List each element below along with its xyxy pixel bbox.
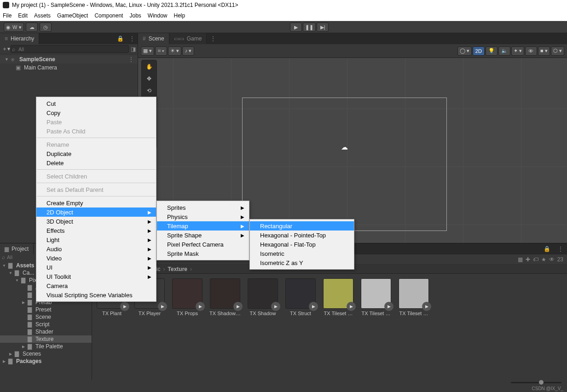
asset-item[interactable]: ▶TX Tileset …	[398, 278, 430, 316]
menu-item[interactable]: 2D Object▶	[36, 208, 156, 217]
menu-item[interactable]: Create Empty	[36, 198, 156, 208]
hidden-icon[interactable]: 👁	[549, 256, 555, 263]
project-tree-row[interactable]: ▇Texture	[0, 335, 92, 343]
expand-arrow-icon[interactable]: ▼	[5, 57, 9, 62]
menu-item[interactable]: Tilemap▶	[157, 221, 249, 231]
project-tree-row[interactable]: ▶▇Tile Palette	[0, 343, 92, 350]
audio-toggle[interactable]: 🔈	[498, 46, 510, 56]
create-dropdown[interactable]: ＋▾	[2, 45, 10, 53]
filter-icon[interactable]: ▦	[518, 256, 523, 263]
menu-item[interactable]: Hexagonal - Flat-Top	[250, 240, 354, 249]
menu-gameobject[interactable]: GameObject	[57, 12, 88, 19]
star-icon[interactable]: ★	[541, 256, 546, 263]
menu-item[interactable]: Physics▶	[157, 212, 249, 221]
account-button[interactable]: ◉ W ▾	[4, 23, 24, 32]
move-tool[interactable]: ✥	[143, 73, 156, 84]
panel-menu-icon[interactable]: ⋮	[127, 35, 138, 42]
menu-help[interactable]: Help	[174, 12, 185, 19]
asset-item[interactable]: ▶TX Tileset …	[322, 278, 354, 316]
project-tree-row[interactable]: ▶▇Scenes	[0, 350, 92, 357]
search-filter-icon[interactable]: ◨	[131, 46, 136, 52]
project-tree-row[interactable]: ▇Shader	[0, 328, 92, 335]
mode-2d-button[interactable]: 2D	[473, 46, 485, 56]
pause-button[interactable]: ❚❚	[303, 23, 316, 32]
menu-item[interactable]: Duplicate	[36, 149, 156, 158]
toggle-skybox-dropdown[interactable]: ☀ ▾	[168, 46, 181, 56]
menu-item[interactable]: Isometric	[250, 249, 354, 258]
expand-arrow-icon[interactable]: ▶	[21, 300, 26, 305]
menu-item[interactable]: Rectangular	[250, 221, 354, 231]
menu-component[interactable]: Component	[94, 12, 123, 19]
label-icon[interactable]: 🏷	[533, 256, 538, 263]
game-tab[interactable]: ▭▭Game	[169, 33, 207, 44]
fx-dropdown[interactable]: ✦ ▾	[511, 46, 524, 56]
menu-file[interactable]: File	[3, 12, 12, 19]
menu-item[interactable]: Audio▶	[36, 244, 156, 254]
menu-assets[interactable]: Assets	[34, 12, 51, 19]
menu-item[interactable]: UI▶	[36, 263, 156, 272]
menu-item[interactable]: Light▶	[36, 235, 156, 244]
menu-item[interactable]: Cut	[36, 99, 156, 108]
menu-item[interactable]: Sprite Shape▶	[157, 231, 249, 240]
expand-arrow-icon[interactable]: ▶	[2, 359, 6, 363]
menu-item[interactable]: Sprite Mask	[157, 249, 249, 258]
asset-item[interactable]: ▶TX Struct	[284, 278, 317, 316]
menu-edit[interactable]: Edit	[18, 12, 28, 19]
camera-dropdown[interactable]: ■ ▾	[538, 46, 550, 56]
scene-tab[interactable]: #Scene	[138, 33, 169, 44]
gizmos-dropdown[interactable]: ⬡ ▾	[551, 46, 564, 56]
menu-item[interactable]: Pixel Perfect Camera	[157, 240, 249, 249]
project-tree-row[interactable]: ▇Preset	[0, 306, 92, 313]
hidden-toggle[interactable]: 👁	[525, 46, 537, 56]
cloud-button[interactable]: ☁	[26, 23, 38, 32]
play-button[interactable]: ▶	[290, 23, 302, 32]
audio-toggle-dropdown[interactable]: ♪ ▾	[182, 46, 194, 56]
menu-item[interactable]: Camera	[36, 281, 156, 290]
menu-item[interactable]: Hexagonal - Pointed-Top	[250, 231, 354, 240]
scene-row[interactable]: ▼ ⍟ SampleScene ⋮	[0, 55, 138, 63]
menu-item[interactable]: Sprites▶	[157, 203, 249, 212]
undo-history-button[interactable]: ◷	[40, 23, 52, 32]
menu-item[interactable]: Copy	[36, 108, 156, 117]
asset-item[interactable]: ▶TX Shadow	[247, 278, 279, 316]
panel-lock-icon[interactable]: 🔒	[114, 35, 127, 42]
project-tree-row[interactable]: ▇Script	[0, 321, 92, 328]
hand-tool[interactable]: ✋	[143, 61, 156, 72]
menu-window[interactable]: Window	[148, 12, 168, 19]
panel-lock-icon[interactable]: 🔒	[540, 246, 554, 252]
favorite-icon[interactable]: ✚	[526, 256, 530, 263]
thumbnail-size-slider[interactable]	[511, 378, 561, 386]
breadcrumb-item[interactable]: Texture	[168, 266, 187, 272]
gameobject-row[interactable]: ▣ Main Camera	[0, 63, 138, 72]
asset-item[interactable]: ▶TX Props	[171, 278, 203, 316]
expand-arrow-icon[interactable]: ▶	[21, 345, 26, 349]
menu-item[interactable]: Delete	[36, 158, 156, 167]
gizmo-camera-dropdown[interactable]: ◯ ▾	[457, 46, 472, 56]
menu-item[interactable]: Effects▶	[36, 226, 156, 235]
panel-menu-icon[interactable]: ⋮	[207, 35, 220, 42]
expand-arrow-icon[interactable]: ▼	[2, 264, 6, 268]
draw-mode-dropdown[interactable]: ⌗ ▾	[155, 46, 167, 56]
menu-item[interactable]: UI Toolkit▶	[36, 272, 156, 281]
asset-item[interactable]: ▶TX Shadow…	[209, 278, 241, 316]
asset-item[interactable]: ▶TX Tileset …	[360, 278, 392, 316]
menu-item[interactable]: 3D Object▶	[36, 217, 156, 226]
expand-arrow-icon[interactable]: ▼	[8, 271, 13, 275]
expand-arrow-icon[interactable]: ▶	[8, 352, 13, 356]
project-tree-row[interactable]: ▶▇Packages	[0, 357, 92, 365]
menu-jobs[interactable]: Jobs	[129, 12, 141, 19]
hierarchy-tab[interactable]: ≡Hierarchy	[0, 33, 39, 44]
row-menu-icon[interactable]: ⋮	[128, 56, 138, 63]
light-toggle[interactable]: 💡	[486, 46, 498, 56]
rotate-tool[interactable]: ⟲	[143, 85, 156, 96]
panel-menu-icon[interactable]: ⋮	[554, 246, 567, 252]
project-tree-row[interactable]: ▇Scene	[0, 313, 92, 321]
menu-item[interactable]: Video▶	[36, 254, 156, 263]
menu-item[interactable]: Visual Scripting Scene Variables	[36, 290, 156, 300]
shading-mode-dropdown[interactable]: ▦ ▾	[141, 46, 154, 56]
menu-item[interactable]: Isometric Z as Y	[250, 258, 354, 267]
step-button[interactable]: ▶|	[317, 23, 329, 32]
expand-arrow-icon[interactable]: ▼	[15, 278, 19, 282]
hierarchy-search-input[interactable]	[11, 45, 129, 53]
camera-gizmo-icon[interactable]: ☁	[341, 143, 348, 151]
